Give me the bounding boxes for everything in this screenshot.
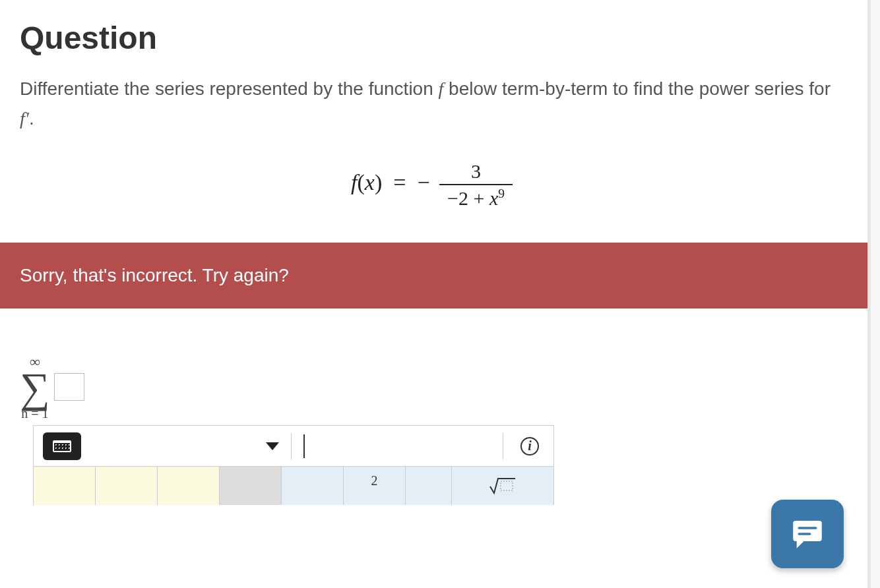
keypad-key-sqrt[interactable]	[452, 467, 553, 505]
math-input-toolbar: i	[34, 426, 553, 467]
svg-rect-0	[501, 481, 513, 490]
keypad-key-super2-label: 2	[371, 473, 378, 488]
sigma-stack: ∞ ∑ n = 1	[20, 355, 50, 421]
svg-rect-2	[798, 533, 811, 535]
formula-fraction: 3 −2 + x9	[439, 160, 513, 210]
math-f-symbol: f	[439, 78, 444, 99]
question-block: Question Differentiate the series repres…	[0, 0, 867, 210]
prompt-text-3: .	[29, 108, 34, 129]
answer-area: ∞ ∑ n = 1 i	[0, 309, 867, 506]
formula-display: f(x) = − 3 −2 + x9	[20, 160, 848, 210]
chat-button[interactable]	[771, 500, 844, 568]
keyboard-toggle-button[interactable]	[43, 432, 81, 460]
info-icon[interactable]: i	[520, 437, 539, 456]
keypad-key-super2[interactable]: 2	[344, 467, 406, 505]
formula-denominator: −2 + x9	[439, 185, 513, 210]
toolbar-divider	[291, 433, 292, 459]
svg-rect-1	[798, 527, 817, 529]
keypad-key[interactable]	[282, 467, 344, 505]
sigma-expression[interactable]: ∞ ∑ n = 1	[20, 355, 84, 421]
keypad-dropdown-button[interactable]	[266, 442, 279, 450]
toolbar-divider-2	[503, 433, 503, 459]
keyboard-icon	[53, 440, 71, 452]
feedback-banner: Sorry, that's incorrect. Try again?	[0, 243, 867, 309]
math-input-panel: i 2	[33, 425, 554, 505]
keypad-key[interactable]	[34, 467, 96, 505]
chat-icon	[788, 515, 827, 553]
formula-lhs: f	[351, 170, 357, 194]
question-heading: Question	[20, 20, 848, 56]
sigma-symbol: ∑	[20, 369, 50, 407]
sigma-lower-bound: n = 1	[21, 407, 48, 420]
question-prompt: Differentiate the series represented by …	[20, 74, 848, 134]
sqrt-icon	[489, 476, 517, 496]
keypad-key[interactable]	[406, 467, 452, 505]
page: Question Differentiate the series repres…	[0, 0, 871, 588]
vertical-scrollbar[interactable]	[871, 0, 880, 588]
keypad-row: 2	[34, 467, 553, 505]
text-cursor[interactable]	[303, 434, 305, 458]
prompt-text-2: below term-by-term to find the power ser…	[449, 78, 831, 99]
answer-input-box[interactable]	[54, 373, 84, 401]
prompt-text-1: Differentiate the series represented by …	[20, 78, 439, 99]
math-fprime-symbol: f′	[20, 108, 29, 129]
keypad-key[interactable]	[220, 467, 282, 505]
formula-exponent: 9	[498, 187, 505, 200]
keypad-key[interactable]	[158, 467, 220, 505]
keypad-key[interactable]	[96, 467, 158, 505]
formula-numerator: 3	[439, 160, 513, 185]
